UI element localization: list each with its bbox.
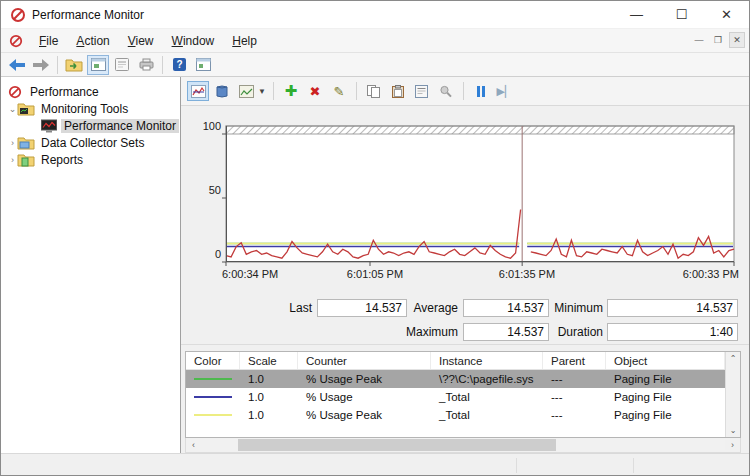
tree-item-performance-monitor[interactable]: Performance Monitor [1,117,180,134]
cell-parent: --- [543,391,606,403]
col-color[interactable]: Color [186,352,240,369]
paste-counter-list-icon[interactable] [387,81,409,101]
minimum-value: 14.537 [607,299,738,317]
legend-horizontal-scrollbar[interactable]: ‹ › [185,438,741,453]
tree-item-label: Reports [38,153,86,167]
toolbar-separator [273,82,274,100]
minimum-label: Minimum [549,299,603,317]
legend-row[interactable]: 1.0 % Usage Peak _Total --- Paging File [186,406,725,424]
legend-row[interactable]: 1.0 % Usage _Total --- Paging File [186,388,725,406]
properties-icon[interactable] [411,81,433,101]
col-counter[interactable]: Counter [298,352,431,369]
menu-view[interactable]: View [119,31,163,51]
legend-header-row: Color Scale Counter Instance Parent Obje… [186,352,725,370]
update-data-icon[interactable]: ▶▏ [494,81,516,101]
zoom-icon[interactable] [435,81,457,101]
col-parent[interactable]: Parent [543,352,606,369]
copy-properties-icon[interactable] [363,81,385,101]
view-current-activity-icon[interactable] [187,81,209,101]
standard-toolbar: ? [1,53,749,77]
menu-action[interactable]: Action [67,31,118,51]
cell-parent: --- [543,373,606,385]
mdi-restore-button[interactable]: ❐ [710,32,726,48]
console-window-icon[interactable] [87,55,109,75]
col-scale[interactable]: Scale [240,352,298,369]
average-label: Average [410,299,458,317]
cell-object: Paging File [606,373,725,385]
highlight-icon[interactable]: ✎ [328,81,350,101]
minimize-button[interactable]: — [614,1,659,29]
menu-window[interactable]: Window [163,31,224,51]
cell-counter: % Usage [298,391,431,403]
change-graph-type-icon[interactable] [235,81,257,101]
graph-type-caret-icon[interactable]: ▼ [258,87,266,96]
chevron-down-icon[interactable]: ⌄ [7,104,18,114]
legend-vertical-scrollbar[interactable]: ⌃ ⌄ [725,352,740,437]
properties-sheet-icon[interactable] [111,55,133,75]
close-button[interactable]: ✕ [704,1,749,29]
cell-scale: 1.0 [240,409,298,421]
value-bar: Last 14.537 Average 14.537 Minimum 14.53… [181,279,749,345]
svg-text:?: ? [176,59,182,70]
scroll-down-icon[interactable]: ⌄ [730,426,737,435]
maximize-button[interactable]: ☐ [659,1,704,29]
perfmon-toolbar: ▼ ✚ ✖ ✎ ▶▏ [181,77,749,106]
counter-color-swatch [194,378,232,380]
back-icon[interactable] [6,55,28,75]
duration-value: 1:40 [607,323,738,341]
duration-label: Duration [549,323,603,341]
status-bar [1,453,749,476]
console-app-icon [9,34,23,48]
scroll-up-icon[interactable]: ⌃ [730,354,737,363]
cell-instance: _Total [431,391,543,403]
show-console-tree-icon[interactable] [63,55,85,75]
menu-bar: File Action View Window Help — ❐ ✕ [1,29,749,53]
view-log-data-icon[interactable] [211,81,233,101]
y-tick-0: 0 [183,248,221,260]
scrollbar-thumb[interactable] [238,439,556,451]
folder-reports-icon [18,153,34,167]
mdi-minimize-button[interactable]: — [691,32,707,48]
cell-instance: \??\C:\pagefile.sys [431,373,543,385]
counter-color-swatch [194,396,232,398]
delete-counter-icon[interactable]: ✖ [304,81,326,101]
mdi-close-button[interactable]: ✕ [729,32,745,48]
monitor-icon [41,119,57,133]
average-value: 14.537 [463,299,549,317]
toolbar-separator [57,56,58,74]
print-icon[interactable] [135,55,157,75]
tree-item-reports[interactable]: › Reports [1,151,180,168]
plot-area[interactable] [226,126,734,266]
console-tree: Performance ⌄ Monitoring Tools Performan… [1,77,181,453]
toolbar-separator [356,82,357,100]
menu-file[interactable]: File [30,31,67,51]
scroll-right-icon[interactable]: › [725,440,740,450]
cell-object: Paging File [606,391,725,403]
forward-icon[interactable] [30,55,52,75]
last-value: 14.537 [317,299,407,317]
tree-item-monitoring-tools[interactable]: ⌄ Monitoring Tools [1,100,180,117]
cell-counter: % Usage Peak [298,373,431,385]
freeze-display-icon[interactable] [470,81,492,101]
app-icon [10,7,26,23]
legend-row[interactable]: 1.0 % Usage Peak \??\C:\pagefile.sys ---… [186,370,725,388]
cell-object: Paging File [606,409,725,421]
tree-item-data-collector-sets[interactable]: › Data Collector Sets [1,134,180,151]
add-counter-icon[interactable]: ✚ [280,81,302,101]
window-title: Performance Monitor [32,8,614,22]
new-window-icon[interactable] [192,55,214,75]
performance-monitor-window: Performance Monitor — ☐ ✕ File Action Vi… [0,0,750,476]
tree-item-label: Performance [27,85,102,99]
menu-help[interactable]: Help [223,31,266,51]
cell-scale: 1.0 [240,373,298,385]
chevron-right-icon[interactable]: › [7,155,18,165]
tree-item-performance[interactable]: Performance [1,83,180,100]
counter-legend-table: Color Scale Counter Instance Parent Obje… [185,351,741,438]
scroll-left-icon[interactable]: ‹ [186,440,201,450]
toolbar-separator [162,56,163,74]
col-object[interactable]: Object [606,352,725,369]
col-instance[interactable]: Instance [431,352,543,369]
help-icon[interactable]: ? [168,55,190,75]
chevron-right-icon[interactable]: › [7,138,18,148]
cell-parent: --- [543,409,606,421]
